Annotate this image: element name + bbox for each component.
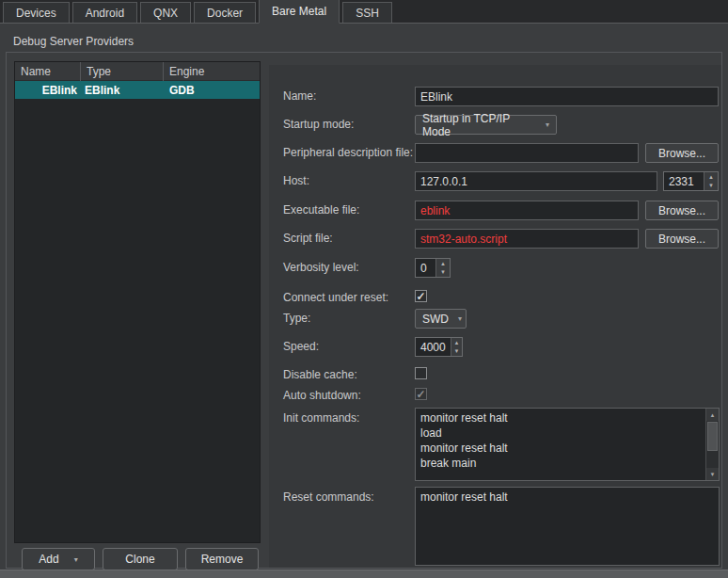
cell-type: EBlink	[81, 84, 164, 97]
auto-shutdown-label: Auto shutdown:	[283, 389, 361, 402]
table-header: Name Type Engine	[15, 62, 260, 81]
add-button-label: Add	[39, 553, 58, 566]
spin-up-icon[interactable]: ▲	[704, 172, 718, 182]
spin-down-icon[interactable]: ▼	[704, 182, 718, 191]
init-commands-scrollbar: ▲ ▼	[705, 409, 719, 480]
providers-table: Name Type Engine EBlink EBlink GDB	[14, 61, 261, 543]
init-commands-label: Init commands:	[283, 411, 359, 425]
name-label: Name:	[283, 89, 316, 103]
cell-engine: GDB	[164, 84, 260, 97]
startup-mode-label: Startup mode:	[283, 118, 354, 131]
debug-server-providers-group: Name Type Engine EBlink EBlink GDB Add ▾…	[6, 52, 722, 569]
peripheral-browse-button[interactable]: Browse...	[645, 143, 719, 163]
type-label: Type:	[283, 312, 310, 325]
executable-browse-button[interactable]: Browse...	[645, 201, 719, 220]
spin-down-icon[interactable]: ▼	[436, 268, 450, 278]
port-spinbox[interactable]: 2331 ▲ ▼	[663, 171, 719, 191]
spin-down-icon[interactable]: ▼	[451, 347, 462, 357]
name-input[interactable]	[415, 87, 719, 106]
auto-shutdown-checkbox: ✓	[415, 388, 427, 400]
tab-devices[interactable]: Devices	[3, 2, 70, 23]
reset-commands-label: Reset commands:	[283, 490, 374, 504]
tab-android[interactable]: Android	[72, 2, 137, 23]
remove-button[interactable]: Remove	[185, 548, 259, 570]
speed-label: Speed:	[283, 340, 319, 353]
init-commands-textarea[interactable]: monitor reset halt load monitor reset ha…	[416, 409, 705, 480]
startup-mode-value: Startup in TCP/IP Mode	[422, 112, 536, 138]
peripheral-file-input[interactable]	[415, 143, 639, 163]
verbosity-spinbox[interactable]: 0 ▲ ▼	[415, 258, 451, 278]
script-browse-button[interactable]: Browse...	[645, 229, 719, 249]
spin-up-icon[interactable]: ▲	[451, 338, 462, 347]
group-title: Debug Server Providers	[13, 35, 134, 48]
peripheral-file-label: Peripheral description file:	[283, 146, 413, 159]
disable-cache-checkbox[interactable]	[415, 367, 427, 379]
reset-commands-textarea[interactable]: monitor reset halt	[416, 488, 719, 565]
cell-name: EBlink	[15, 84, 81, 97]
tab-bare-metal[interactable]: Bare Metal	[259, 0, 340, 24]
tab-ssh[interactable]: SSH	[342, 2, 392, 23]
init-commands-field: monitor reset halt load monitor reset ha…	[415, 408, 720, 481]
add-button[interactable]: Add ▾	[22, 548, 95, 570]
column-header-type[interactable]: Type	[81, 62, 164, 81]
scroll-down-icon[interactable]: ▼	[706, 468, 719, 480]
scrollbar-thumb[interactable]	[707, 422, 718, 451]
speed-spinbox[interactable]: 4000 ▲ ▼	[415, 337, 463, 357]
chevron-down-icon: ▾	[74, 555, 78, 564]
tab-qnx[interactable]: QNX	[140, 2, 191, 23]
check-icon: ✓	[416, 388, 425, 401]
host-label: Host:	[283, 174, 309, 187]
connect-under-reset-label: Connect under reset:	[283, 291, 388, 304]
scrollbar-track[interactable]	[706, 421, 719, 468]
speed-value: 4000	[416, 338, 451, 356]
bottom-strip	[0, 570, 728, 578]
startup-mode-combobox[interactable]: Startup in TCP/IP Mode ▾	[415, 115, 557, 135]
check-icon: ✓	[416, 290, 425, 303]
options-window: Devices Android QNX Docker Bare Metal SS…	[0, 0, 728, 578]
provider-form-panel: Name: Startup mode: Startup in TCP/IP Mo…	[269, 65, 721, 568]
verbosity-label: Verbosity level:	[283, 261, 359, 274]
spin-up-icon[interactable]: ▲	[436, 259, 450, 268]
type-combobox[interactable]: SWD ▾	[415, 309, 467, 329]
table-row[interactable]: EBlink EBlink GDB	[15, 81, 260, 99]
port-value: 2331	[664, 172, 704, 190]
chevron-down-icon: ▾	[449, 314, 462, 323]
tab-docker[interactable]: Docker	[194, 2, 256, 23]
tab-bar: Devices Android QNX Docker Bare Metal SS…	[0, 0, 728, 24]
clone-button[interactable]: Clone	[103, 548, 178, 570]
reset-commands-field: monitor reset halt	[415, 487, 720, 566]
column-header-name[interactable]: Name	[15, 62, 81, 81]
column-header-engine[interactable]: Engine	[164, 62, 260, 81]
script-file-label: Script file:	[283, 232, 333, 245]
disable-cache-label: Disable cache:	[283, 368, 357, 381]
executable-file-input[interactable]	[415, 201, 639, 220]
chevron-down-icon: ▾	[536, 120, 549, 129]
executable-file-label: Executable file:	[283, 203, 359, 217]
script-file-input[interactable]	[415, 229, 639, 249]
verbosity-value: 0	[416, 259, 435, 277]
scroll-up-icon[interactable]: ▲	[706, 409, 719, 421]
connect-under-reset-checkbox[interactable]: ✓	[415, 290, 427, 302]
type-value: SWD	[422, 313, 449, 326]
host-input[interactable]	[415, 171, 657, 191]
